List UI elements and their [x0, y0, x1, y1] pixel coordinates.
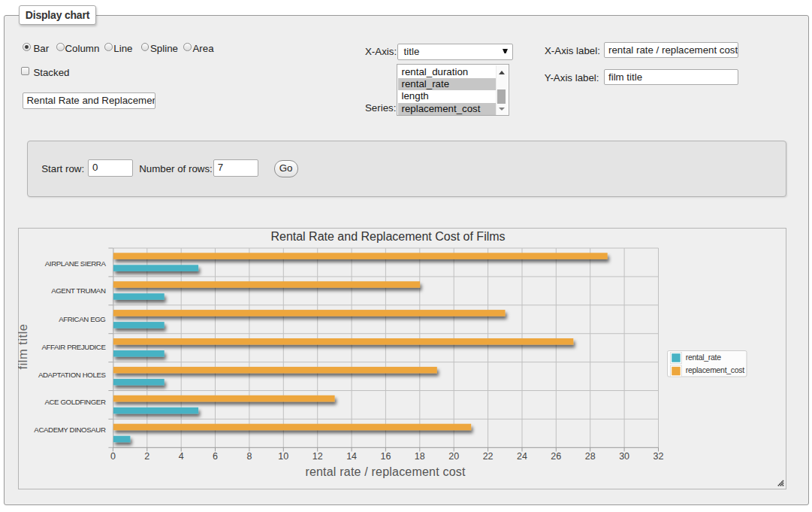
- svg-text:14: 14: [346, 451, 357, 462]
- svg-text:replacement_cost: replacement_cost: [686, 365, 744, 374]
- svg-text:ADAPTATION HOLES: ADAPTATION HOLES: [38, 371, 107, 379]
- svg-text:16: 16: [380, 451, 391, 462]
- svg-text:30: 30: [619, 451, 629, 462]
- svg-text:2: 2: [144, 451, 149, 462]
- svg-text:ACADEMY DINOSAUR: ACADEMY DINOSAUR: [34, 426, 106, 434]
- svg-text:ACE GOLDFINGER: ACE GOLDFINGER: [44, 398, 105, 406]
- svg-text:film title: film title: [18, 324, 29, 370]
- svg-text:Rental Rate and Replacement Co: Rental Rate and Replacement Cost of Film…: [270, 230, 505, 243]
- svg-text:8: 8: [246, 451, 252, 462]
- svg-text:rental_rate: rental_rate: [686, 353, 721, 362]
- svg-text:AIRPLANE SIERRA: AIRPLANE SIERRA: [45, 259, 107, 268]
- svg-text:10: 10: [278, 451, 288, 462]
- svg-text:4: 4: [179, 451, 184, 462]
- svg-text:AGENT TRUMAN: AGENT TRUMAN: [51, 286, 106, 295]
- svg-text:6: 6: [213, 451, 218, 462]
- svg-text:0: 0: [110, 451, 116, 462]
- svg-text:AFRICAN EGG: AFRICAN EGG: [59, 315, 105, 323]
- svg-text:rental rate / replacement cost: rental rate / replacement cost: [305, 465, 466, 478]
- svg-text:28: 28: [585, 451, 596, 462]
- svg-text:12: 12: [312, 451, 323, 462]
- svg-text:32: 32: [654, 451, 664, 462]
- svg-text:22: 22: [483, 451, 494, 462]
- svg-text:24: 24: [517, 451, 527, 462]
- svg-text:20: 20: [448, 451, 459, 462]
- svg-text:26: 26: [551, 451, 561, 462]
- svg-text:AFFAIR PREJUDICE: AFFAIR PREJUDICE: [41, 343, 106, 351]
- svg-text:18: 18: [415, 451, 425, 462]
